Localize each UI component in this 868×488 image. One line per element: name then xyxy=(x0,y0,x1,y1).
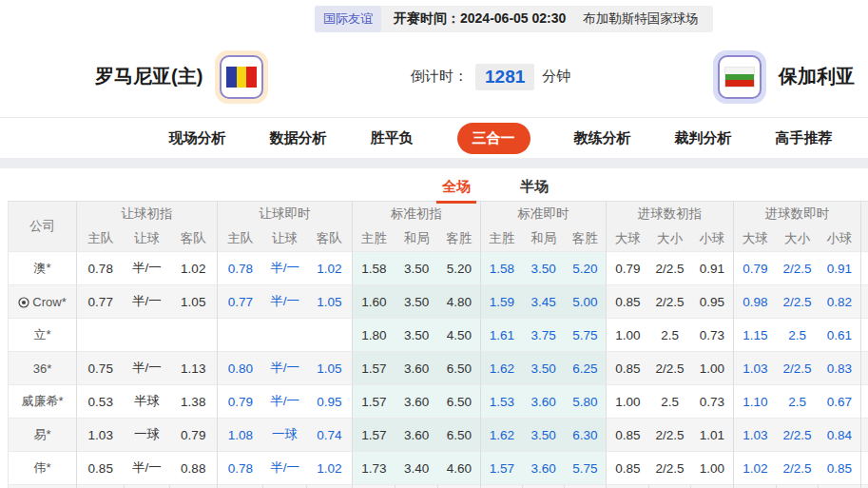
odds-cell[interactable]: 半/一 xyxy=(263,252,307,285)
odds-cell[interactable]: 0.80 xyxy=(218,352,263,385)
nav-tab-0[interactable]: 现场分析 xyxy=(169,129,226,147)
odds-cell: 半/一 xyxy=(125,252,170,285)
odds-cell xyxy=(170,319,218,352)
odds-cell[interactable]: 3.50 xyxy=(523,352,565,385)
company-name[interactable]: 澳* xyxy=(9,252,77,285)
sub-header-4-0: 大球 xyxy=(607,226,649,252)
odds-cell[interactable]: 1.62 xyxy=(481,419,523,452)
company-name[interactable]: 易* xyxy=(9,419,77,452)
sub-header-4-1: 大小 xyxy=(649,226,691,252)
odds-cell[interactable]: 2/2.5 xyxy=(777,285,819,319)
odds-cell[interactable]: 0.61 xyxy=(819,319,861,352)
odds-cell[interactable]: 1.59 xyxy=(481,285,523,319)
romania-flag-icon xyxy=(226,67,257,88)
odds-cell[interactable]: 5.20 xyxy=(565,252,607,285)
odds-cell[interactable]: 1.08 xyxy=(218,419,263,452)
odds-cell[interactable] xyxy=(218,319,263,352)
odds-cell[interactable]: 2.5 xyxy=(777,385,819,419)
odds-cell[interactable]: 0.83 xyxy=(819,352,861,385)
odds-cell[interactable] xyxy=(263,319,307,352)
odds-cell[interactable]: 0.78 xyxy=(218,252,263,285)
odds-cell[interactable]: 3.60 xyxy=(523,452,565,485)
odds-cell: 6.50 xyxy=(438,419,481,452)
nav-tab-4[interactable]: 教练分析 xyxy=(574,129,631,147)
odds-cell[interactable]: 6.30 xyxy=(565,419,607,452)
match-header: 罗马尼亚(主) 倒计时： 1281 分钟 保加利亚 xyxy=(0,36,868,118)
nav-tab-5[interactable]: 裁判分析 xyxy=(675,129,732,147)
odds-cell[interactable]: 5.80 xyxy=(565,385,607,419)
odds-cell[interactable]: 3.45 xyxy=(523,285,565,319)
odds-cell[interactable]: 0.79 xyxy=(734,252,777,285)
odds-cell[interactable]: 1.05 xyxy=(307,352,353,385)
odds-cell[interactable]: 0.82 xyxy=(819,285,861,319)
odds-cell: 2/2.5 xyxy=(649,352,691,385)
odds-cell[interactable]: 2/2.5 xyxy=(777,252,819,285)
odds-cell: 0.85 xyxy=(607,352,649,385)
odds-cell: 1.00 xyxy=(691,452,734,485)
odds-cell[interactable]: 0.95 xyxy=(307,385,353,419)
odds-cell[interactable]: 1.61 xyxy=(481,319,523,352)
home-flag-frame xyxy=(220,55,263,99)
odds-cell[interactable]: 0.79 xyxy=(218,385,263,419)
odds-cell[interactable]: 一球 xyxy=(263,419,307,452)
company-name[interactable]: 威廉希* xyxy=(9,385,77,419)
odds-cell[interactable]: 1.62 xyxy=(481,352,523,385)
period-tab-1[interactable]: 半场 xyxy=(520,178,549,196)
odds-cell[interactable]: 2/2.5 xyxy=(777,452,819,485)
odds-cell[interactable]: 1.03 xyxy=(734,419,777,452)
odds-cell[interactable]: 3.60 xyxy=(523,385,565,419)
odds-cell[interactable]: 半/一 xyxy=(263,285,307,319)
odds-cell: 3.60 xyxy=(395,352,438,385)
odds-cell[interactable]: 1.02 xyxy=(734,452,777,485)
odds-cell[interactable]: 半/一 xyxy=(263,352,307,385)
odds-cell[interactable]: 半/一 xyxy=(263,452,307,485)
odds-cell[interactable]: 1.02 xyxy=(307,252,353,285)
odds-cell[interactable]: 0.77 xyxy=(218,285,263,319)
odds-cell[interactable]: 0.98 xyxy=(734,285,777,319)
company-name[interactable]: 36* xyxy=(9,352,77,385)
odds-cell[interactable]: 0.74 xyxy=(307,419,353,452)
odds-cell[interactable]: 0.91 xyxy=(819,252,861,285)
odds-cell[interactable]: 6.25 xyxy=(565,352,607,385)
odds-cell[interactable]: 0.78 xyxy=(218,452,263,485)
odds-cell[interactable]: 0.67 xyxy=(819,385,861,419)
odds-cell: 4.50 xyxy=(438,319,481,352)
odds-cell[interactable]: 2.5 xyxy=(777,319,819,352)
period-tab-0[interactable]: 全场 xyxy=(436,178,476,204)
company-name[interactable]: 立* xyxy=(9,319,77,352)
sub-header-4-2: 小球 xyxy=(691,226,734,252)
odds-row-4: 威廉希*0.53半球1.380.79半/一0.951.573.606.501.5… xyxy=(9,385,868,419)
nav-tab-2[interactable]: 胜平负 xyxy=(371,129,414,147)
odds-cell[interactable]: 3.50 xyxy=(523,419,565,452)
nav-tab-3[interactable]: 三合一 xyxy=(457,123,530,154)
company-name[interactable]: Crow* xyxy=(9,285,77,319)
odds-cell[interactable]: 1.15 xyxy=(734,319,777,352)
odds-cell: 0.75 xyxy=(77,352,125,385)
odds-cell[interactable]: 3.75 xyxy=(523,319,565,352)
odds-cell[interactable]: 5.00 xyxy=(565,285,607,319)
odds-cell: 半/一 xyxy=(125,452,170,485)
nav-tab-6[interactable]: 高手推荐 xyxy=(776,129,833,147)
odds-cell[interactable]: 5.75 xyxy=(565,319,607,352)
league-badge[interactable]: 国际友谊 xyxy=(315,6,381,32)
odds-cell[interactable]: 0.85 xyxy=(819,452,861,485)
odds-cell[interactable]: 0.84 xyxy=(819,419,861,452)
odds-cell[interactable] xyxy=(307,319,353,352)
section-divider xyxy=(0,158,868,168)
clipped-cell xyxy=(125,485,170,488)
nav-tab-1[interactable]: 数据分析 xyxy=(270,129,327,147)
odds-cell[interactable]: 5.75 xyxy=(565,452,607,485)
odds-cell[interactable]: 1.10 xyxy=(734,385,777,419)
odds-cell[interactable]: 1.03 xyxy=(734,352,777,385)
odds-cell[interactable]: 2/2.5 xyxy=(777,419,819,452)
odds-cell[interactable]: 1.53 xyxy=(481,385,523,419)
odds-cell[interactable]: 半/一 xyxy=(263,385,307,419)
odds-cell[interactable]: 3.50 xyxy=(523,252,565,285)
company-name[interactable]: 伟* xyxy=(9,452,77,485)
odds-cell[interactable]: 1.05 xyxy=(307,285,353,319)
odds-cell[interactable]: 2/2.5 xyxy=(777,352,819,385)
odds-cell[interactable]: 1.02 xyxy=(307,452,353,485)
odds-cell[interactable]: 1.58 xyxy=(481,252,523,285)
odds-cell: 2/2.5 xyxy=(649,419,691,452)
odds-cell[interactable]: 1.57 xyxy=(481,452,523,485)
